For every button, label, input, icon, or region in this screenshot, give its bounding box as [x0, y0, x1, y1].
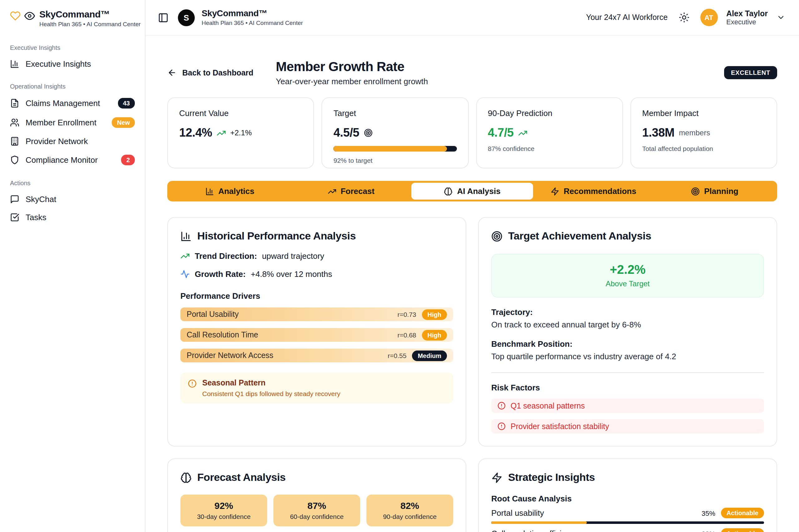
- trend-up-icon: [327, 187, 336, 195]
- back-to-dashboard-button[interactable]: Back to Dashboard: [167, 68, 253, 77]
- metric-note: 87% confidence: [488, 145, 611, 152]
- tab-analytics[interactable]: Analytics: [169, 183, 290, 200]
- eye-icon: [24, 11, 35, 21]
- chevron-down-icon[interactable]: [777, 13, 785, 22]
- confidence-box-30: 92% 30-day confidence: [180, 495, 267, 526]
- target-progress-label: 92% to target: [334, 156, 457, 164]
- avatar[interactable]: AT: [700, 9, 718, 26]
- sidebar-item-label: SkyChat: [25, 195, 56, 204]
- panel-title: Strategic Insights: [508, 472, 595, 484]
- sidebar-item-compliance-monitor[interactable]: Compliance Monitor 2: [0, 150, 145, 170]
- bar-chart-icon: [205, 187, 214, 195]
- activity-icon: [180, 269, 190, 279]
- metric-label: Member Impact: [642, 109, 766, 118]
- metric-label: 90-Day Prediction: [488, 109, 611, 118]
- sidebar-toggle-button[interactable]: [156, 10, 171, 25]
- confidence-boxes: 92% 30-day confidence 87% 60-day confide…: [180, 495, 453, 526]
- metric-card-member-impact: Member Impact 1.38M members Total affect…: [631, 97, 778, 168]
- above-target-box: +2.2% Above Target: [491, 254, 764, 298]
- confidence-box-90: 82% 90-day confidence: [366, 495, 453, 526]
- trend-up-icon: [180, 251, 190, 261]
- historical-performance-panel: Historical Performance Analysis Trend Di…: [167, 217, 466, 446]
- top-header: S SkyCommand™ Health Plan 365 • AI Comma…: [145, 0, 799, 36]
- brain-icon: [444, 187, 453, 195]
- benchmark-block: Benchmark Position: Top quartile perform…: [491, 339, 764, 361]
- sidebar-item-tasks[interactable]: Tasks: [0, 208, 145, 226]
- panel-title: Historical Performance Analysis: [197, 230, 356, 243]
- sidebar-item-member-enrollment[interactable]: Member Enrollment New: [0, 113, 145, 132]
- metric-value: 4.7/5: [488, 126, 514, 140]
- growth-rate-row: Growth Rate: +4.8% over 12 months: [180, 269, 453, 279]
- seasonal-title: Seasonal Pattern: [202, 379, 340, 387]
- alert-circle-icon: [497, 422, 506, 430]
- users-icon: [10, 118, 19, 127]
- metric-card-target: Target 4.5/5 92% to target: [322, 97, 469, 168]
- page-title: Member Growth Rate: [276, 59, 428, 74]
- sidebar-item-executive-insights[interactable]: Executive Insights: [0, 55, 145, 73]
- metric-cards: Current Value 12.4% +2.1% Target 4.5/5: [167, 97, 777, 168]
- sidebar-item-claims-management[interactable]: Claims Management 43: [0, 94, 145, 113]
- bar-chart-icon: [10, 59, 19, 69]
- sun-icon: [679, 13, 689, 22]
- shield-icon: [10, 155, 19, 165]
- sidebar: SkyCommand™ Health Plan 365 • AI Command…: [0, 0, 145, 532]
- panel-left-icon: [158, 12, 168, 23]
- factor-tag-badge: Actionable: [721, 508, 764, 518]
- user-menu[interactable]: Alex Taylor Executive: [726, 10, 768, 26]
- brand-name: SkyCommand™: [39, 9, 141, 20]
- page-content: Back to Dashboard Member Growth Rate Yea…: [145, 36, 799, 532]
- back-label: Back to Dashboard: [182, 68, 253, 77]
- sidebar-item-label: Executive Insights: [25, 59, 91, 69]
- target-progress-bar: [334, 146, 457, 152]
- analysis-grid: Historical Performance Analysis Trend Di…: [167, 217, 777, 532]
- sidebar-item-label: Compliance Monitor: [25, 155, 98, 165]
- workforce-tagline: Your 24x7 AI Workforce: [586, 13, 668, 22]
- sidebar-item-label: Member Enrollment: [25, 118, 96, 127]
- alert-circle-icon: [497, 402, 506, 410]
- metric-value: 12.4%: [179, 126, 212, 140]
- target-achievement-panel: Target Achievement Analysis +2.2% Above …: [478, 217, 777, 446]
- section-label-executive: Executive Insights: [0, 34, 145, 55]
- metric-value: 1.38M: [642, 126, 675, 140]
- panel-title: Forecast Analysis: [197, 472, 286, 484]
- seasonal-desc: Consistent Q1 dips followed by steady re…: [202, 390, 340, 397]
- theme-toggle-button[interactable]: [676, 10, 691, 25]
- target-icon: [491, 231, 503, 242]
- document-icon: [10, 98, 19, 108]
- heart-icon: [10, 11, 21, 21]
- metric-note: Total affected population: [642, 145, 766, 152]
- metric-card-current-value: Current Value 12.4% +2.1%: [167, 97, 314, 168]
- trend-direction-row: Trend Direction: upward trajectory: [180, 251, 453, 261]
- seasonal-pattern-callout: Seasonal Pattern Consistent Q1 dips foll…: [180, 372, 453, 403]
- brain-icon: [180, 472, 192, 483]
- tab-forecast[interactable]: Forecast: [290, 183, 411, 200]
- page-subtitle: Year-over-year member enrollment growth: [276, 77, 428, 86]
- tab-recommendations[interactable]: Recommendations: [533, 183, 654, 200]
- metric-card-prediction: 90-Day Prediction 4.7/5 87% confidence: [476, 97, 623, 168]
- metric-label: Current Value: [179, 109, 303, 118]
- bar-chart-icon: [180, 231, 192, 242]
- driver-row: Call Resolution Time r=0.68 High: [180, 328, 453, 342]
- metric-value: 4.5/5: [334, 126, 360, 140]
- trend-up-icon: [518, 128, 527, 137]
- above-target-delta: +2.2%: [498, 263, 757, 277]
- trajectory-block: Trajectory: On track to exceed annual ta…: [491, 307, 764, 329]
- target-icon: [364, 129, 373, 137]
- main-column: S SkyCommand™ Health Plan 365 • AI Comma…: [145, 0, 799, 532]
- risk-row: Q1 seasonal patterns: [491, 399, 764, 413]
- metric-unit: members: [679, 129, 710, 137]
- alert-circle-icon: [188, 379, 197, 388]
- impact-badge: Medium: [412, 350, 447, 361]
- divider: [491, 372, 764, 373]
- factor-bar: [491, 521, 764, 524]
- tab-planning[interactable]: Planning: [654, 183, 775, 200]
- analysis-tabbar: Analytics Forecast AI Analysis Recommend…: [167, 181, 777, 202]
- sidebar-item-provider-network[interactable]: Provider Network: [0, 132, 145, 150]
- trend-up-icon: [217, 128, 226, 137]
- root-cause-heading: Root Cause Analysis: [491, 494, 764, 503]
- impact-badge: High: [422, 329, 447, 340]
- claims-count-badge: 43: [118, 98, 135, 109]
- risk-factors-heading: Risk Factors: [491, 383, 764, 392]
- sidebar-item-skychat[interactable]: SkyChat: [0, 190, 145, 208]
- tab-ai-analysis[interactable]: AI Analysis: [412, 183, 533, 200]
